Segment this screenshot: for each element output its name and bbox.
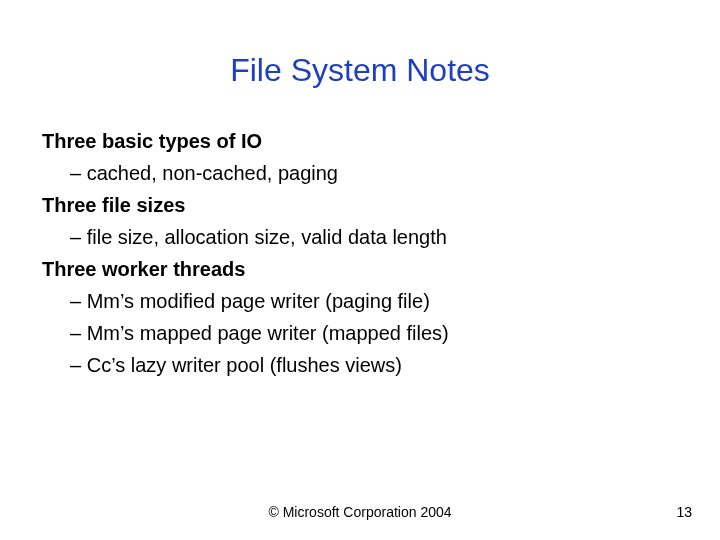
section-head: Three file sizes (42, 189, 678, 221)
bullet-item: – file size, allocation size, valid data… (70, 221, 678, 253)
page-number: 13 (676, 504, 692, 520)
bullet-item: – Mm’s mapped page writer (mapped files) (70, 317, 678, 349)
slide-title: File System Notes (0, 52, 720, 89)
section-head: Three basic types of IO (42, 125, 678, 157)
section-head: Three worker threads (42, 253, 678, 285)
bullet-item: – cached, non-cached, paging (70, 157, 678, 189)
footer-copyright: © Microsoft Corporation 2004 (0, 504, 720, 520)
bullet-item: – Mm’s modified page writer (paging file… (70, 285, 678, 317)
slide-body: Three basic types of IO – cached, non-ca… (42, 125, 678, 381)
bullet-item: – Cc’s lazy writer pool (flushes views) (70, 349, 678, 381)
